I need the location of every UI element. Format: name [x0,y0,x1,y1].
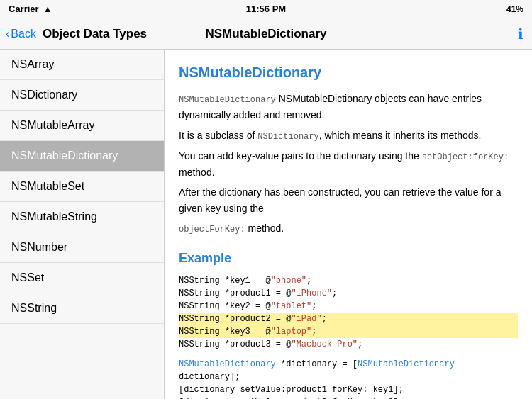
content-title: NSMutableDictionary [179,61,518,84]
intro-p2: It is a subclass of NSDictionary, which … [179,128,518,144]
battery-label: 41% [506,4,523,14]
status-bar-right: 41% [506,4,523,14]
intro-p4b: objectForKey: method. [179,220,518,237]
code-line: [dictionary setValue:product1 forKey: ke… [179,383,518,396]
example-heading: Example [179,248,518,269]
status-bar-left: Carrier ▲ [9,4,52,14]
content-nav-title: NSMutableDictionary [206,27,327,41]
code-line: NSString *key2 = @"tablet"; [179,300,518,313]
status-bar-time: 11:56 PM [246,4,286,14]
main-layout: NSArray NSDictionary NSMutableArray NSMu… [0,50,532,399]
sidebar: NSArray NSDictionary NSMutableArray NSMu… [0,50,165,399]
code-line: NSString *key3 = @"laptop"; [179,325,518,338]
sidebar-item-nsdictionary[interactable]: NSDictionary [0,80,164,111]
sidebar-item-nsmutableset[interactable]: NSMutableSet [0,172,164,202]
sidebar-item-nsmutablearray[interactable]: NSMutableArray [0,111,164,141]
intro-p3: You can add key-value pairs to the dicti… [179,148,518,181]
wifi-icon: ▲ [43,4,52,14]
code-block-2: NSMutableDictionary *dictionary = [NSMut… [179,358,518,399]
intro-p4: After the dictionary has been constructe… [179,184,518,216]
nav-bar: ‹ Back Object Data Types NSMutableDictio… [0,18,532,50]
back-label: Back [11,28,36,40]
code-line: NSString *product1 = @"iPhone"; [179,287,518,300]
intro-p1: NSMutableDictionary NSMutableDictionary … [179,91,518,123]
sidebar-item-nsset[interactable]: NSSet [0,263,164,293]
sidebar-item-nsmutablestring[interactable]: NSMutableString [0,202,164,232]
back-button[interactable]: ‹ Back [6,28,36,40]
info-button[interactable]: ℹ [518,26,523,43]
code-line: NSMutableDictionary *dictionary = [NSMut… [179,358,518,383]
carrier-label: Carrier [9,4,39,14]
status-bar: Carrier ▲ 11:56 PM 41% [0,0,532,18]
code-line: NSString *product2 = @"iPad"; [179,313,518,325]
sidebar-item-nsarray[interactable]: NSArray [0,50,164,80]
code-line: NSString *key1 = @"phone"; [179,274,518,287]
code-block-1: NSString *key1 = @"phone"; NSString *pro… [179,274,518,351]
sidebar-item-nsmutabledictionary[interactable]: NSMutableDictionary [0,141,164,172]
code-line: NSString *product3 = @"Macbook Pro"; [179,338,518,351]
sidebar-nav-title: Object Data Types [43,27,147,41]
content-area[interactable]: NSMutableDictionary NSMutableDictionary … [165,50,532,399]
sidebar-item-nsstring[interactable]: NSString [0,293,164,324]
back-chevron-icon: ‹ [6,28,9,40]
sidebar-item-nsnumber[interactable]: NSNumber [0,232,164,263]
code-line: [dictionary setValue:product2 forKey: ke… [179,396,518,399]
